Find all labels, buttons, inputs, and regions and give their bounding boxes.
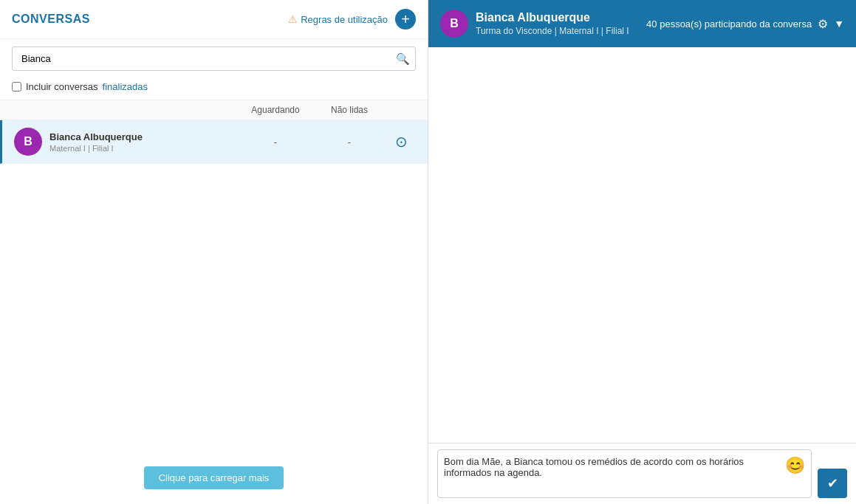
- finalizadas-label: finalizadas: [103, 81, 148, 92]
- conversations-title: CONVERSAS: [12, 13, 90, 26]
- message-textarea[interactable]: [444, 456, 785, 491]
- right-panel: B Bianca Albuquerque Turma do Visconde |…: [428, 0, 856, 504]
- include-finalized-checkbox[interactable]: [12, 82, 21, 92]
- right-header-left: B Bianca Albuquerque Turma do Visconde |…: [440, 10, 629, 38]
- search-input[interactable]: [12, 46, 416, 71]
- rules-label: Regras de utilização: [301, 14, 388, 25]
- th-name: [12, 105, 239, 115]
- right-header-info: Bianca Albuquerque Turma do Visconde | M…: [476, 11, 629, 36]
- right-footer: 😊 ✔: [428, 443, 856, 504]
- right-content: [428, 47, 856, 443]
- th-action: [386, 105, 416, 115]
- th-aguardando: Aguardando: [239, 105, 312, 115]
- load-more-area: Clique para carregar mais: [0, 452, 428, 504]
- right-header-name: Bianca Albuquerque: [476, 11, 629, 24]
- right-header-right: 40 pessoa(s) participando da conversa ⚙ …: [646, 17, 844, 31]
- conv-aguardando: -: [239, 137, 312, 148]
- conv-action[interactable]: ⊙: [386, 133, 416, 151]
- left-header: CONVERSAS ⚠ Regras de utilização +: [0, 0, 428, 39]
- settings-icon[interactable]: ⚙: [818, 17, 828, 31]
- send-button[interactable]: ✔: [818, 469, 847, 498]
- chevron-down-icon[interactable]: ▼: [834, 18, 844, 30]
- th-nao-lidas: Não lidas: [312, 105, 386, 115]
- search-box: 🔍: [12, 46, 416, 71]
- conv-nao-lidas: -: [312, 137, 386, 148]
- rules-link[interactable]: ⚠ Regras de utilização: [288, 13, 388, 25]
- checkbox-label: Incluir conversas: [26, 81, 98, 92]
- header-actions: ⚠ Regras de utilização +: [288, 9, 416, 30]
- load-more-button[interactable]: Clique para carregar mais: [144, 466, 284, 489]
- search-button[interactable]: 🔍: [396, 52, 410, 66]
- table-row[interactable]: B Bianca Albuquerque Maternal I | Filial…: [0, 120, 428, 164]
- message-input-wrap: 😊: [437, 449, 812, 498]
- warning-icon: ⚠: [288, 13, 298, 25]
- include-finalized-row: Incluir conversas finalizadas: [0, 78, 428, 100]
- conversation-name: Bianca Albuquerque: [49, 131, 239, 142]
- emoji-button[interactable]: 😊: [785, 456, 805, 475]
- right-header: B Bianca Albuquerque Turma do Visconde |…: [428, 0, 856, 47]
- avatar: B: [440, 10, 468, 38]
- conversation-info: Bianca Albuquerque Maternal I | Filial I: [49, 131, 239, 153]
- participants-label: 40 pessoa(s) participando da conversa: [646, 18, 812, 30]
- conversation-sub: Maternal I | Filial I: [49, 144, 239, 153]
- open-conversation-icon[interactable]: ⊙: [395, 134, 408, 150]
- conversation-list: B Bianca Albuquerque Maternal I | Filial…: [0, 120, 428, 452]
- add-conversation-button[interactable]: +: [395, 9, 416, 30]
- avatar: B: [14, 128, 42, 156]
- table-header: Aguardando Não lidas: [0, 100, 428, 120]
- left-panel: CONVERSAS ⚠ Regras de utilização + 🔍 Inc…: [0, 0, 428, 504]
- right-header-sub: Turma do Visconde | Maternal I | Filial …: [476, 26, 629, 36]
